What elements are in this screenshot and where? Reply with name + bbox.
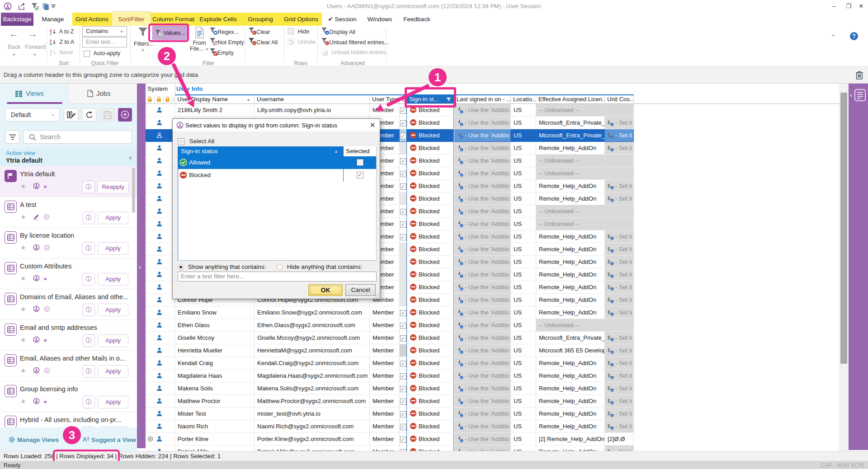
- radio-show[interactable]: Show anything that contains:: [178, 263, 266, 270]
- row-checkbox[interactable]: ✓: [400, 361, 406, 367]
- ok-button[interactable]: OK: [308, 284, 343, 296]
- row-checkbox[interactable]: ✓: [400, 183, 406, 190]
- view-item[interactable]: Group licensing info★»ⓘApply: [0, 381, 137, 412]
- row-checkbox[interactable]: ✓: [400, 310, 406, 316]
- view-info-button[interactable]: ⓘ: [82, 396, 95, 408]
- dialog-column-header-selected[interactable]: Selected: [343, 146, 376, 156]
- table-row[interactable]: Patrick MillsPatrick.Mills@sygx2.onmicro…: [146, 446, 634, 451]
- table-row[interactable]: Naomi RichNaomi.Rich@sygx2.onmicrosoft.c…: [146, 420, 634, 433]
- regex-button[interactable]: ✱ Regex...: [209, 27, 239, 37]
- empty-button[interactable]: Empty: [209, 48, 234, 57]
- table-row[interactable]: Emiliano SnowEmiliano.Snow@sygx2.onmicro…: [146, 306, 634, 319]
- view-info-button[interactable]: ⓘ: [82, 365, 95, 378]
- sort-ztoa-button[interactable]: ZA Z to A: [50, 38, 74, 47]
- dialog-close-icon[interactable]: ✕: [369, 122, 376, 129]
- select-all-checkbox[interactable]: Select All: [178, 138, 214, 145]
- view-item[interactable]: Hybrid - All users, including on-pr...★»…: [0, 412, 137, 427]
- view-info-button[interactable]: ⓘ: [82, 211, 95, 224]
- grid-vscrollbar-thumb[interactable]: [840, 93, 847, 364]
- unhide-button[interactable]: Unhide: [288, 38, 316, 47]
- apply-view-button[interactable]: Apply: [98, 365, 128, 378]
- favorite-star-icon[interactable]: ★: [20, 275, 29, 282]
- ribbon-tab-grouping[interactable]: Grouping: [241, 13, 280, 26]
- row-checkbox[interactable]: ✓: [400, 209, 406, 215]
- unloadhidden-button[interactable]: Unload hidden entries: [321, 48, 386, 57]
- view-info-button[interactable]: ⓘ: [82, 334, 95, 347]
- row-checkbox[interactable]: ✓: [400, 158, 406, 164]
- autoapply-checkbox[interactable]: Auto-apply: [84, 49, 120, 58]
- sort-none-button[interactable]: AZ None: [50, 48, 73, 57]
- ribbon-tab-sort-filter[interactable]: Sort/Filter: [112, 11, 151, 26]
- ribbon-tab-grid-actions[interactable]: Grid Actions: [72, 13, 112, 26]
- column-header-name[interactable]: User Display Name▲: [175, 95, 255, 103]
- dialog-resize-grip[interactable]: [374, 293, 379, 298]
- row-checkbox[interactable]: ✓: [400, 373, 406, 380]
- view-item[interactable]: Email and smtp addresses★»ⓘApply: [0, 320, 137, 351]
- back-icon[interactable]: ←: [9, 28, 19, 39]
- clear-button[interactable]: ✕ Clear: [248, 27, 270, 37]
- apply-view-button[interactable]: Apply: [98, 427, 128, 427]
- row-checkbox[interactable]: ✓: [400, 424, 406, 430]
- forward-dropdown-icon[interactable]: ▼: [33, 53, 37, 57]
- add-view-button[interactable]: [118, 108, 132, 122]
- dialog-filter-input[interactable]: Enter a text filter here...: [178, 272, 377, 281]
- manage-views-button[interactable]: Manage Views: [17, 436, 59, 443]
- column-header-lock1[interactable]: [146, 95, 155, 103]
- column-header-lastsign[interactable]: Last signed in on - ...: [454, 95, 511, 103]
- apply-view-button[interactable]: Apply: [98, 211, 128, 224]
- row-checkbox[interactable]: ✓: [400, 120, 406, 127]
- column-header-lock3[interactable]: [164, 95, 172, 103]
- ribbon-tab-explode-cells[interactable]: Explode Cells: [196, 13, 241, 26]
- tab-views[interactable]: Views: [0, 84, 68, 104]
- favorite-star-icon[interactable]: ★: [20, 336, 29, 343]
- tab-jobs[interactable]: Jobs: [68, 84, 137, 104]
- ribbon-tab-feedback[interactable]: Feedback: [399, 13, 435, 26]
- restore-button[interactable]: ❐: [842, 0, 855, 13]
- edit-columns-button[interactable]: [64, 108, 78, 122]
- table-row[interactable]: Matthew ProctorMatthew.Proctor@sygx2.onm…: [146, 395, 634, 408]
- column-header-username[interactable]: Username: [255, 95, 370, 103]
- value-checkbox[interactable]: ✓: [357, 172, 363, 178]
- favorite-star-icon[interactable]: ★: [20, 398, 29, 405]
- apply-view-button[interactable]: Apply: [98, 334, 128, 347]
- ribbon-tab-backstage[interactable]: Backstage: [1, 13, 33, 26]
- row-checkbox[interactable]: ✓: [400, 399, 406, 405]
- table-row[interactable]: Giselle MccoyGiselle.Mccoy@sygx2.onmicro…: [146, 332, 634, 344]
- dialog-title-bar[interactable]: Select values to display in grid from co…: [173, 119, 380, 131]
- row-checkbox[interactable]: ✓: [400, 411, 406, 417]
- row-checkbox[interactable]: ✓: [400, 234, 406, 240]
- table-row[interactable]: Makena SolisMakena.Solis@sygx2.onmicroso…: [146, 382, 634, 395]
- fromfile-button[interactable]: FromFile... ▼: [189, 27, 210, 52]
- help-icon[interactable]: ?: [850, 32, 858, 40]
- filter-views-button[interactable]: [5, 130, 19, 144]
- row-checkbox[interactable]: ✓: [400, 335, 406, 342]
- sort-atoz-button[interactable]: AZ A to Z: [50, 27, 74, 37]
- column-header-usertype[interactable]: User Type: [370, 95, 400, 103]
- unloadfiltered-button[interactable]: ∅ Unload filtered entries...: [321, 38, 389, 47]
- displayall-button[interactable]: ● Display All: [321, 27, 355, 37]
- apply-view-button[interactable]: Apply: [98, 396, 128, 408]
- apply-view-button[interactable]: Apply: [98, 304, 128, 316]
- suggest-view-button[interactable]: Suggest a View: [91, 436, 136, 443]
- collapse-ribbon-icon[interactable]: ⌃: [831, 34, 835, 40]
- ribbon-tab-windows[interactable]: Windows: [362, 13, 398, 26]
- quickfilter-combo[interactable]: Contains ▼: [82, 26, 127, 37]
- back-button[interactable]: Back: [5, 44, 24, 50]
- right-panel-icon[interactable]: [854, 89, 866, 101]
- view-info-button[interactable]: ⓘ: [82, 273, 95, 286]
- table-row[interactable]: Ethen GlassEthen.Glass@sygx2.onmicrosoft…: [146, 319, 634, 332]
- dialog-value-row-blocked[interactable]: Blocked✓: [178, 169, 376, 182]
- radio-hide[interactable]: Hide anything that contains:: [277, 263, 362, 270]
- ribbon-tab-manage[interactable]: Manage: [33, 13, 72, 26]
- table-row[interactable]: Porter KlinePorter.Kline@sygx2.onmicroso…: [146, 433, 634, 446]
- row-checkbox[interactable]: ✓: [400, 108, 406, 114]
- view-info-button[interactable]: ⓘ: [82, 181, 95, 193]
- minimize-button[interactable]: –: [827, 0, 841, 13]
- forward-icon[interactable]: →: [28, 28, 38, 39]
- row-checkbox[interactable]: ✓: [400, 221, 406, 228]
- close-button[interactable]: ✕: [854, 0, 868, 13]
- left-panel-splitter[interactable]: ‹: [137, 84, 146, 448]
- ribbon-tab-session[interactable]: ✔ Session: [324, 13, 361, 26]
- back-dropdown-icon[interactable]: ▼: [12, 53, 16, 57]
- table-row[interactable]: Henrietta MuellerHenriettaM@sygx2.onmicr…: [146, 344, 634, 357]
